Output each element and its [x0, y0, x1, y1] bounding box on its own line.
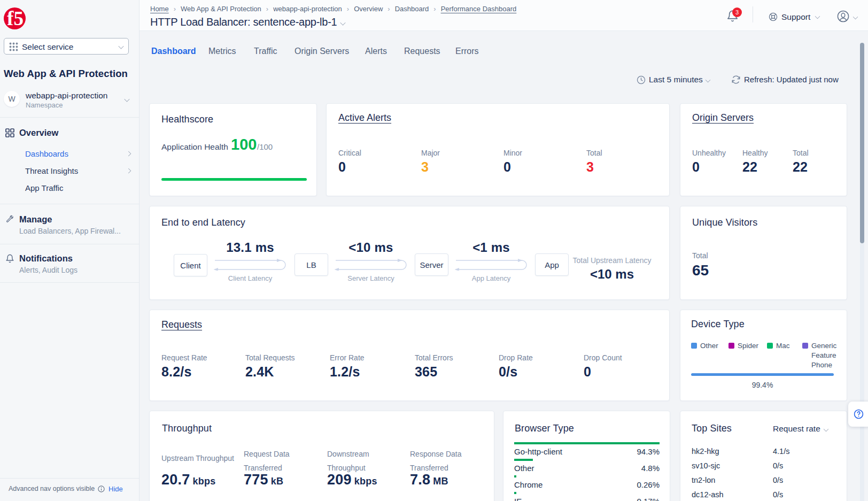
- svg-text:f5: f5: [7, 7, 24, 29]
